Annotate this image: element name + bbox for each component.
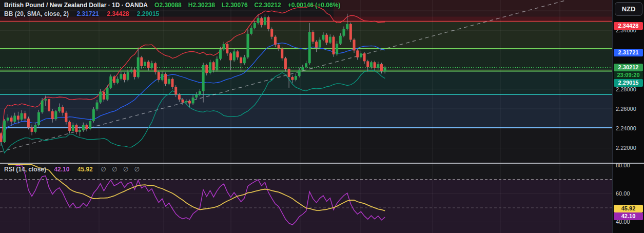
currency-toggle-button[interactable]: NZD: [615, 2, 642, 16]
bb-title: BB (20, SMA, close, 2): [4, 10, 69, 17]
rsi-ma-value: 45.92: [77, 166, 93, 173]
open-label: O: [154, 2, 159, 9]
symbol-title: British Pound / New Zealand Dollar · 1D …: [4, 2, 148, 9]
bb-basis-value: 2.31721: [76, 10, 99, 17]
change-value: +0.00146 (+0.06%): [288, 2, 341, 9]
price-label: 2.31721: [614, 49, 643, 56]
price-label: 42.10: [614, 212, 643, 220]
high-value: 2.30238: [192, 2, 214, 9]
rsi-empty-slots: ∅ ∅ ∅ ∅: [101, 166, 142, 173]
price-label: 45.92: [614, 205, 643, 212]
low-value: 2.30076: [225, 2, 247, 9]
rsi-title: RSI (14, close): [4, 166, 46, 173]
trading-chart-app: British Pound / New Zealand Dollar · 1D …: [0, 0, 644, 233]
axis-tick: 60.00: [616, 190, 644, 197]
open-value: 2.30088: [159, 2, 181, 9]
price-axis[interactable]: NZD 2.340002.280002.260002.240002.220008…: [612, 0, 644, 233]
axis-tick: 2.26000: [616, 106, 644, 112]
price-label: 2.34428: [614, 22, 643, 30]
rsi-band-fill: [0, 180, 612, 233]
axis-tick: 2.28000: [616, 86, 644, 92]
symbol-legend[interactable]: British Pound / New Zealand Dollar · 1D …: [4, 2, 340, 9]
axis-tick: 2.24000: [616, 125, 644, 131]
chart-canvas[interactable]: [0, 0, 612, 233]
zone-upper-green-zone: [0, 22, 612, 49]
axis-tick: 2.22000: [616, 145, 644, 151]
price-label: 2.30212: [614, 64, 643, 71]
close-label: C: [255, 2, 259, 9]
chart-svg[interactable]: [0, 0, 612, 233]
rsi-legend[interactable]: RSI (14, close) 42.10 45.92 ∅ ∅ ∅ ∅: [4, 166, 142, 173]
rsi-value: 42.10: [54, 166, 69, 173]
price-label: 23:09:20: [614, 71, 643, 79]
bb-upper-value: 2.34428: [107, 10, 129, 17]
close-value: 2.30212: [259, 2, 281, 9]
price-label: 2.29015: [614, 79, 643, 87]
pane-separator[interactable]: [0, 163, 644, 164]
bb-lower-value: 2.29015: [137, 10, 159, 17]
bb-legend[interactable]: BB (20, SMA, close, 2) 2.31721 2.34428 2…: [4, 10, 159, 17]
